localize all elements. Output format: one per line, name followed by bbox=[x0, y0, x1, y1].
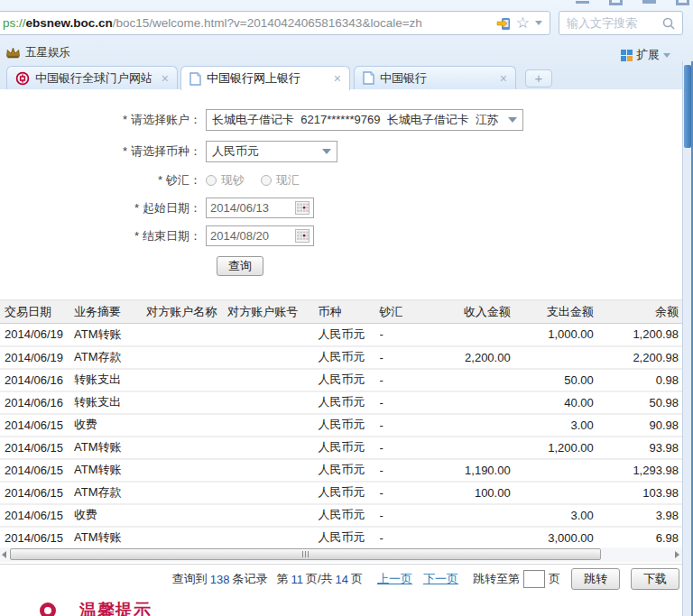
prev-page-link[interactable]: 上一页 bbox=[377, 571, 412, 587]
page-suffix: 页 bbox=[351, 571, 363, 587]
tab-close-icon[interactable]: × bbox=[327, 72, 341, 85]
scroll-left-icon[interactable] bbox=[2, 551, 6, 558]
table-cell bbox=[146, 391, 227, 414]
tab-label: 中国银行全球门户网站 bbox=[35, 70, 152, 87]
table-cell bbox=[420, 437, 511, 459]
table-cell: 1,200.98 bbox=[594, 324, 682, 346]
end-date-input[interactable] bbox=[210, 229, 295, 243]
page-icon bbox=[189, 72, 201, 86]
transactions-head-row: 交易日期业务摘要对方账户名称对方账户账号币种钞汇收入金额支出金额余额 bbox=[0, 300, 682, 324]
table-cell bbox=[227, 346, 318, 369]
bookmark-item[interactable]: 五星娱乐 bbox=[5, 45, 70, 60]
download-button[interactable]: 下载 bbox=[631, 568, 679, 590]
table-cell: 3.00 bbox=[511, 414, 594, 437]
table-cell: ATM转账 bbox=[74, 437, 146, 459]
column-header: 业务摘要 bbox=[74, 300, 146, 324]
extensions-label: 扩展 bbox=[636, 47, 660, 63]
warm-tip: 温馨提示 bbox=[40, 599, 152, 616]
table-cell: 人民币元 bbox=[318, 414, 379, 437]
table-cell: 90.98 bbox=[594, 414, 682, 437]
query-button[interactable]: 查询 bbox=[217, 256, 263, 276]
column-header: 币种 bbox=[318, 300, 379, 324]
minimize-icon[interactable] bbox=[642, 0, 656, 4]
table-cell: 40.00 bbox=[511, 391, 594, 414]
cash-option: 现钞 bbox=[206, 172, 245, 188]
table-row: 2014/06/15收费人民币元-3.003.98 bbox=[0, 504, 682, 527]
start-date-input[interactable] bbox=[210, 201, 295, 215]
table-cell: 2,200.00 bbox=[420, 346, 511, 369]
table-row: 2014/06/19ATM存款人民币元-2,200.002,200.98 bbox=[0, 346, 682, 369]
url-domain: ebsnew.boc.cn bbox=[26, 16, 113, 30]
tab-label: 中国银行 bbox=[380, 70, 427, 87]
column-header: 对方账户名称 bbox=[146, 300, 227, 324]
account-select[interactable]: 长城电子借记卡 6217******9769 长城电子借记卡 江苏 bbox=[206, 109, 523, 131]
table-row: 2014/06/15ATM转账人民币元-1,190.001,293.98 bbox=[0, 459, 682, 482]
table-cell: 人民币元 bbox=[318, 391, 379, 414]
url-scheme: ps:// bbox=[3, 16, 26, 30]
table-cell bbox=[227, 459, 318, 482]
menu-icon[interactable] bbox=[576, 0, 589, 4]
tab-boc-ebanking[interactable]: 中国银行网上银行 × bbox=[180, 66, 350, 90]
horizontal-scrollbar-thumb[interactable] bbox=[10, 548, 601, 560]
jump-button[interactable]: 跳转 bbox=[571, 568, 620, 590]
currency-select[interactable]: 人民币元 bbox=[206, 141, 337, 162]
currency-label: *请选择币种： bbox=[0, 143, 206, 160]
address-bar-icons: ☆ bbox=[496, 15, 550, 31]
end-date-label: *结束日期： bbox=[0, 228, 206, 244]
table-cell: 人民币元 bbox=[318, 437, 379, 459]
table-cell bbox=[146, 459, 227, 482]
new-tab-button[interactable]: + bbox=[525, 69, 552, 87]
table-cell: 50.00 bbox=[511, 369, 594, 391]
table-cell bbox=[227, 324, 318, 346]
table-cell: 6.98 bbox=[594, 527, 682, 549]
calendar-icon[interactable] bbox=[295, 229, 310, 243]
next-page-link[interactable]: 下一页 bbox=[423, 571, 458, 587]
tab-boc[interactable]: 中国银行 × bbox=[354, 66, 516, 89]
vertical-scrollbar-thumb[interactable] bbox=[684, 65, 691, 148]
account-label: *请选择账户： bbox=[0, 112, 206, 128]
found-label: 查询到 bbox=[172, 571, 208, 587]
table-cell: 2014/06/15 bbox=[0, 459, 74, 482]
tab-close-icon[interactable]: × bbox=[154, 72, 169, 85]
table-cell: 2014/06/15 bbox=[0, 414, 74, 437]
table-row: 2014/06/15ATM转账人民币元-3,000.006.98 bbox=[0, 527, 682, 549]
horizontal-scrollbar[interactable] bbox=[0, 547, 682, 562]
pagination-bar: 查询到 138 条记录 第 11 页/共 14 页 上一页 下一页 跳转至第 页… bbox=[0, 566, 679, 592]
total-pages: 14 bbox=[333, 573, 351, 586]
tab-close-icon[interactable]: × bbox=[493, 72, 507, 85]
column-header: 对方账户账号 bbox=[227, 300, 318, 324]
boc-logo-icon bbox=[15, 71, 30, 86]
send-to-device-icon[interactable] bbox=[496, 16, 511, 31]
vertical-scrollbar[interactable] bbox=[682, 61, 691, 616]
tab-boc-portal[interactable]: 中国银行全球门户网站 × bbox=[6, 66, 178, 89]
table-cell: 100.00 bbox=[420, 482, 511, 504]
table-cell: - bbox=[380, 324, 420, 346]
divider bbox=[0, 564, 693, 565]
scroll-right-icon[interactable] bbox=[675, 551, 679, 558]
cash-radio[interactable] bbox=[206, 175, 217, 186]
remit-option-label: 现汇 bbox=[276, 172, 300, 188]
table-cell: ATM存款 bbox=[74, 346, 146, 369]
extensions-button[interactable]: 扩展 bbox=[621, 47, 670, 63]
table-cell bbox=[146, 504, 227, 527]
chevron-down-icon bbox=[322, 149, 331, 154]
cash-remit-row: *钞汇： 现钞 现汇 bbox=[0, 172, 300, 188]
search-icon[interactable] bbox=[661, 16, 676, 31]
table-row: 2014/06/15收费人民币元-3.0090.98 bbox=[0, 414, 682, 437]
table-cell: 转账支出 bbox=[74, 369, 146, 391]
table-cell: - bbox=[380, 346, 420, 369]
search-input[interactable] bbox=[559, 16, 661, 30]
calendar-icon[interactable] bbox=[295, 201, 310, 215]
favorites-caret-icon[interactable] bbox=[535, 21, 542, 25]
jump-page-input[interactable] bbox=[523, 570, 545, 588]
table-cell: 103.98 bbox=[594, 482, 682, 504]
bookmark-star-icon[interactable]: ☆ bbox=[516, 15, 530, 31]
window-controls bbox=[576, 0, 689, 5]
extensions-caret-icon bbox=[663, 53, 670, 58]
table-cell: - bbox=[380, 391, 420, 414]
restore-icon[interactable] bbox=[609, 0, 623, 5]
address-bar[interactable]: ps://ebsnew.boc.cn/boc15/welcome.html?v=… bbox=[0, 11, 550, 35]
page-mid: 页/共 bbox=[306, 571, 333, 587]
maximize-icon[interactable] bbox=[676, 0, 689, 5]
remit-radio[interactable] bbox=[261, 175, 272, 186]
